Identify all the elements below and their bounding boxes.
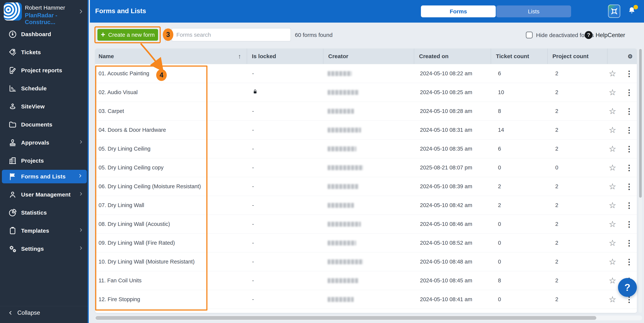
- cell-project-count: 2: [547, 215, 607, 233]
- cell-created-on: 2024-05-10 08:22 am: [414, 64, 491, 83]
- horizontal-scrollbar-thumb[interactable]: [96, 316, 596, 320]
- cell-is-locked: -: [247, 102, 323, 120]
- sidebar-item-forms-and-lists[interactable]: Forms and Lists: [2, 170, 87, 183]
- notifications-button[interactable]: [628, 5, 638, 18]
- sidebar-item-dashboard[interactable]: Dashboard: [0, 25, 89, 43]
- redacted-creator-name: [328, 146, 356, 151]
- table-row[interactable]: 04. Doors & Door Hardware-2024-05-10 08:…: [95, 120, 637, 139]
- cell-project-count: 2: [547, 64, 607, 83]
- kebab-menu-icon[interactable]: ⋮: [625, 108, 633, 114]
- table-row[interactable]: 10. Dry Lining Wall (Moisture Resistant)…: [95, 252, 637, 271]
- lock-icon: [252, 88, 258, 96]
- sidebar-item-templates[interactable]: Templates: [0, 222, 89, 240]
- column-header-is-locked[interactable]: Is locked: [247, 48, 323, 64]
- not-locked-dash: -: [252, 240, 254, 246]
- sidebar-item-settings[interactable]: Settings: [0, 240, 89, 258]
- favorite-star-icon[interactable]: ☆: [609, 258, 616, 266]
- kebab-menu-icon[interactable]: ⋮: [625, 89, 633, 95]
- cell-is-locked: -: [247, 64, 323, 83]
- kebab-menu-icon[interactable]: ⋮: [625, 71, 633, 77]
- chevron-right-icon: [79, 246, 83, 252]
- redacted-creator-name: [328, 71, 352, 76]
- sidebar-item-documents[interactable]: Documents: [0, 116, 89, 134]
- tab-forms[interactable]: Forms: [421, 5, 496, 17]
- kebab-menu-icon[interactable]: ⋮: [625, 297, 633, 303]
- sidebar-collapse-button[interactable]: Collapse: [0, 306, 89, 319]
- cell-form-name: 01. Acoustic Painting: [95, 64, 247, 83]
- help-center-label[interactable]: HelpCenter: [596, 32, 625, 38]
- sidebar-item-tickets[interactable]: Tickets: [0, 43, 89, 61]
- chevron-left-icon: [8, 310, 13, 316]
- table-row[interactable]: 12. Fire Stopping-2024-05-10 08:41 am02☆…: [95, 290, 637, 309]
- create-new-form-button[interactable]: + Create a new form: [98, 29, 158, 41]
- table-row[interactable]: 01. Acoustic Painting-2024-05-10 08:22 a…: [95, 64, 637, 83]
- app-root: { "sidebar": { "user": { "name": "Robert…: [0, 0, 644, 323]
- column-header-creator[interactable]: Creator: [323, 48, 414, 64]
- forms-search-input[interactable]: [172, 28, 291, 41]
- column-header-name[interactable]: Name ↑: [95, 48, 247, 64]
- table-row[interactable]: 07. Dry Lining Wall-2024-05-10 08:42 am2…: [95, 196, 637, 215]
- table-header-row: Name ↑ Is locked Creator Created on Tick…: [95, 48, 637, 64]
- redacted-creator-name: [328, 90, 359, 95]
- favorite-star-icon[interactable]: ☆: [609, 164, 616, 172]
- account-switcher[interactable]: Robert Hammer PlanRadar - Construc...: [0, 0, 89, 23]
- column-header-created-on[interactable]: Created on: [414, 48, 491, 64]
- table-row[interactable]: 02. Audio Visual2024-05-10 08:25 am102☆⋮: [95, 83, 637, 102]
- not-locked-dash: -: [252, 146, 254, 152]
- favorite-star-icon[interactable]: ☆: [609, 69, 616, 78]
- cell-created-on: 2024-05-10 08:52 am: [414, 234, 491, 252]
- tab-lists[interactable]: Lists: [496, 5, 571, 17]
- kebab-menu-icon[interactable]: ⋮: [625, 165, 633, 171]
- favorite-star-icon[interactable]: ☆: [609, 295, 616, 304]
- gears-icon: [8, 245, 17, 253]
- column-settings-gear-icon[interactable]: ⚙: [607, 48, 637, 64]
- table-row[interactable]: 08. Dry Lining Wall (Acoustic)-2024-05-1…: [95, 215, 637, 233]
- sidebar-item-statistics[interactable]: Statistics: [0, 204, 89, 222]
- cell-creator: [323, 102, 414, 120]
- favorite-star-icon[interactable]: ☆: [609, 126, 616, 134]
- stamp-icon: [8, 138, 17, 147]
- column-header-project-count[interactable]: Project count: [547, 48, 607, 64]
- kebab-menu-icon[interactable]: ⋮: [625, 221, 633, 227]
- kebab-menu-icon[interactable]: ⋮: [625, 240, 633, 246]
- sidebar-item-project-reports[interactable]: Project reports: [0, 61, 89, 79]
- help-center-icon[interactable]: ?: [585, 31, 592, 39]
- kebab-menu-icon[interactable]: ⋮: [625, 146, 633, 152]
- sidebar-item-schedule[interactable]: Schedule: [0, 79, 89, 97]
- sidebar-item-projects[interactable]: Projects: [0, 152, 89, 170]
- favorite-star-icon[interactable]: ☆: [609, 201, 616, 210]
- table-row[interactable]: 05. Dry Lining Ceiling-2024-05-10 08:35 …: [95, 139, 637, 158]
- favorite-star-icon[interactable]: ☆: [609, 88, 616, 97]
- table-row[interactable]: 03. Carpet-2024-05-10 08:28 am82☆⋮: [95, 102, 637, 120]
- sidebar-menu: DashboardTicketsProject reportsScheduleS…: [0, 25, 89, 258]
- favorite-star-icon[interactable]: ☆: [609, 145, 616, 153]
- not-locked-dash: -: [252, 221, 254, 227]
- cell-form-name: 04. Doors & Door Hardware: [95, 121, 247, 139]
- table-row[interactable]: 05. Dry Lining Ceiling copy-2025-08-21 0…: [95, 158, 637, 177]
- ai-assistant-button[interactable]: [608, 4, 620, 18]
- vertical-scrollbar-thumb[interactable]: [639, 49, 642, 198]
- kebab-menu-icon[interactable]: ⋮: [625, 202, 633, 208]
- cell-form-name: 11. Fan Coil Units: [95, 271, 247, 290]
- kebab-menu-icon[interactable]: ⋮: [625, 127, 633, 133]
- redacted-creator-name: [328, 165, 363, 170]
- favorite-star-icon[interactable]: ☆: [609, 107, 616, 115]
- favorite-star-icon[interactable]: ☆: [609, 277, 616, 285]
- column-header-ticket-count[interactable]: Ticket count: [491, 48, 547, 64]
- cell-ticket-count: 0: [491, 215, 547, 233]
- sidebar-item-siteview[interactable]: SiteView: [0, 97, 89, 116]
- favorite-star-icon[interactable]: ☆: [609, 220, 616, 228]
- hide-deactivated-checkbox[interactable]: [526, 32, 533, 38]
- sidebar-item-approvals[interactable]: Approvals: [0, 134, 89, 152]
- favorite-star-icon[interactable]: ☆: [609, 239, 616, 247]
- help-fab-button[interactable]: ?: [618, 278, 637, 297]
- sidebar-item-user-management[interactable]: User Management: [0, 186, 89, 204]
- table-row[interactable]: 11. Fan Coil Units-2024-05-10 08:45 am82…: [95, 271, 637, 290]
- kebab-menu-icon[interactable]: ⋮: [625, 259, 633, 265]
- favorite-star-icon[interactable]: ☆: [609, 182, 616, 191]
- kebab-menu-icon[interactable]: ⋮: [625, 184, 633, 190]
- sidebar-item-label: Schedule: [21, 85, 47, 92]
- table-row[interactable]: 06. Dry Lining Ceiling (Moisture Resista…: [95, 177, 637, 196]
- table-row[interactable]: 09. Dry Lining Wall (Fire Rated)-2024-05…: [95, 233, 637, 252]
- cell-actions: ☆⋮: [607, 83, 637, 102]
